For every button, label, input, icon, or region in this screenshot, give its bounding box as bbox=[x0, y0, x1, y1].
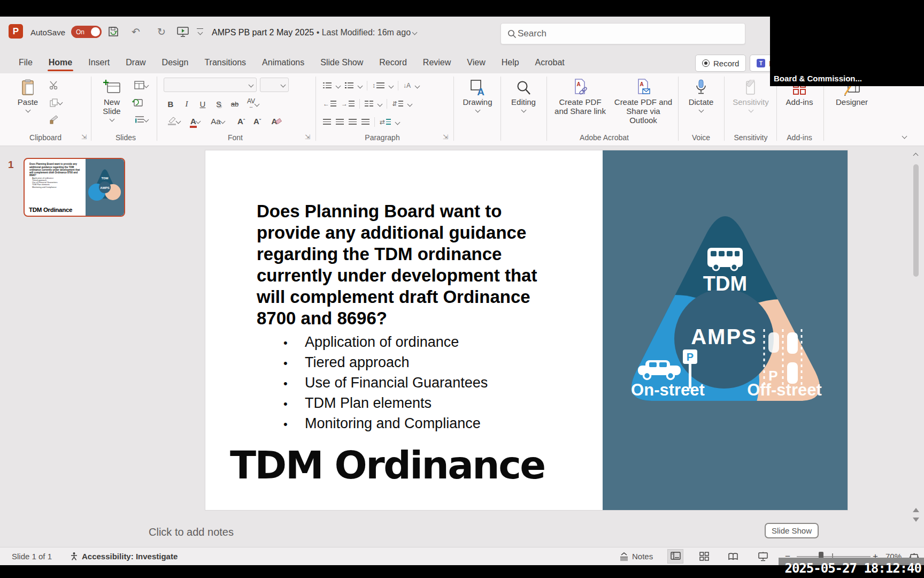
slide-thumbnail[interactable]: Does Planning Board want to provide any … bbox=[24, 158, 125, 217]
slide-question-textbox[interactable]: Does Planning Board want to provide any … bbox=[257, 201, 554, 329]
next-slide-button[interactable] bbox=[913, 518, 919, 522]
clipboard-dialog-launcher[interactable]: ⇲ bbox=[81, 133, 87, 141]
columns-button[interactable] bbox=[365, 101, 373, 107]
create-pdf-share-link-button[interactable]: A Create PDFand Share link bbox=[552, 77, 609, 131]
justify-button[interactable] bbox=[361, 119, 369, 125]
slide-layout-button[interactable] bbox=[130, 79, 152, 92]
slide-thumbnail-number: 1 bbox=[8, 159, 14, 171]
tab-acrobat[interactable]: Acrobat bbox=[527, 52, 573, 73]
amps-tdm-diagram[interactable]: TDM AMPS P On-street bbox=[603, 150, 848, 510]
normal-view-button[interactable] bbox=[667, 549, 683, 564]
collapse-ribbon-icon[interactable] bbox=[902, 134, 907, 139]
bold-button[interactable]: B bbox=[164, 97, 178, 111]
numbering-button[interactable] bbox=[345, 82, 353, 89]
accessibility-checker[interactable]: Accessibility: Investigate bbox=[70, 547, 178, 565]
clear-formatting-button[interactable]: A bbox=[270, 114, 283, 128]
pdf-outlook-label-1: Create PDF and bbox=[614, 97, 672, 107]
redo-icon[interactable]: ↻ bbox=[154, 24, 169, 39]
bullets-chevron-icon bbox=[336, 83, 341, 88]
autosave-toggle[interactable]: On bbox=[71, 26, 102, 38]
font-size-combo[interactable] bbox=[260, 78, 289, 92]
document-title[interactable]: AMPS PB part 2 May 2025 • Last Modified:… bbox=[212, 28, 417, 37]
strikethrough-button[interactable]: ab bbox=[228, 97, 242, 111]
tab-draw[interactable]: Draw bbox=[118, 52, 153, 73]
search-input[interactable] bbox=[517, 28, 722, 40]
svg-text:TDM: TDM bbox=[102, 177, 109, 180]
cut-button[interactable] bbox=[47, 79, 61, 92]
line-spacing-button[interactable]: ↕ bbox=[372, 82, 384, 89]
highlight-chevron-icon bbox=[175, 118, 181, 124]
paste-button[interactable]: Paste bbox=[13, 77, 43, 131]
tab-design[interactable]: Design bbox=[154, 52, 197, 73]
section-button[interactable] bbox=[130, 113, 152, 126]
tab-home[interactable]: Home bbox=[41, 52, 80, 73]
copy-button[interactable] bbox=[45, 96, 66, 109]
tab-animations[interactable]: Animations bbox=[254, 52, 312, 73]
shrink-font-button[interactable]: Aˇ bbox=[250, 114, 264, 128]
tab-transitions[interactable]: Transitions bbox=[196, 52, 254, 73]
zoom-slider-track[interactable] bbox=[797, 556, 871, 557]
font-name-combo[interactable] bbox=[164, 78, 257, 92]
qat-overflow-icon[interactable] bbox=[197, 28, 203, 35]
scrollbar-thumb[interactable] bbox=[913, 164, 919, 277]
tab-insert[interactable]: Insert bbox=[80, 52, 118, 73]
text-direction-button[interactable]: ↓A bbox=[403, 82, 411, 89]
title-chevron-icon bbox=[412, 30, 418, 35]
previous-slide-button[interactable] bbox=[913, 508, 919, 512]
decrease-indent-button[interactable]: ← bbox=[323, 100, 336, 108]
grow-font-button[interactable]: Aˆ bbox=[234, 114, 248, 128]
new-slide-button[interactable]: New Slide bbox=[96, 77, 127, 131]
align-center-button[interactable] bbox=[336, 119, 344, 125]
align-right-button[interactable] bbox=[349, 119, 357, 125]
change-case-button[interactable]: Aa bbox=[209, 114, 227, 128]
tab-slide-show[interactable]: Slide Show bbox=[312, 52, 371, 73]
font-color-button[interactable]: A bbox=[186, 114, 204, 128]
drawing-button[interactable]: A Drawing bbox=[458, 77, 497, 131]
search-bar[interactable] bbox=[500, 23, 745, 44]
start-slideshow-icon[interactable] bbox=[175, 24, 190, 39]
format-painter-button[interactable] bbox=[47, 113, 61, 126]
align-text-button[interactable]: ⇵ bbox=[392, 100, 403, 108]
sensitivity-button[interactable]: Sensitivity bbox=[728, 77, 773, 131]
tab-record[interactable]: Record bbox=[371, 52, 415, 73]
drawing-label: Drawing bbox=[463, 97, 492, 107]
notes-placeholder[interactable]: Click to add notes bbox=[149, 526, 234, 538]
tab-view[interactable]: View bbox=[459, 52, 493, 73]
slide-show-view-button[interactable] bbox=[755, 549, 771, 564]
highlight-color-button[interactable] bbox=[164, 114, 183, 128]
slide-show-view-icon bbox=[758, 552, 768, 561]
font-dialog-launcher[interactable]: ⇲ bbox=[305, 133, 310, 141]
slide-canvas[interactable]: Does Planning Board want to provide any … bbox=[205, 150, 848, 510]
slide-title-textbox[interactable]: TDM Ordinance bbox=[230, 443, 545, 488]
scroll-up-icon[interactable] bbox=[913, 153, 919, 158]
increase-indent-button[interactable]: → bbox=[341, 100, 355, 108]
underline-button[interactable]: U bbox=[196, 97, 210, 111]
notes-toggle[interactable]: Notes bbox=[619, 547, 653, 565]
bullets-button[interactable] bbox=[323, 82, 332, 89]
paste-label: Paste bbox=[18, 97, 38, 107]
save-icon[interactable] bbox=[106, 24, 121, 39]
text-shadow-button[interactable]: S bbox=[212, 97, 226, 111]
convert-to-smartart-button[interactable]: ⇄ bbox=[380, 118, 391, 126]
italic-button[interactable]: I bbox=[180, 97, 194, 111]
create-pdf-outlook-button[interactable]: A Create PDF andShare via Outlook bbox=[612, 77, 675, 131]
tab-review[interactable]: Review bbox=[415, 52, 459, 73]
character-spacing-button[interactable]: AV↔ bbox=[244, 97, 262, 111]
slide-bullet-list[interactable]: Application of ordinance Tiered approach… bbox=[283, 332, 488, 434]
slide-sorter-view-button[interactable] bbox=[696, 549, 712, 564]
undo-icon[interactable]: ↶ bbox=[128, 24, 143, 39]
sensitivity-chevron-icon bbox=[748, 108, 753, 113]
thumbnail-diagram: TDM AMPS bbox=[86, 159, 124, 216]
paragraph-dialog-launcher[interactable]: ⇲ bbox=[443, 133, 448, 141]
reading-view-button[interactable] bbox=[725, 549, 741, 564]
highlighter-icon bbox=[167, 117, 176, 125]
dictate-button[interactable]: Dictate bbox=[683, 77, 719, 131]
tab-file[interactable]: File bbox=[11, 52, 41, 73]
editing-button[interactable]: Editing bbox=[505, 77, 542, 131]
reset-slide-button[interactable] bbox=[130, 96, 144, 109]
vertical-scrollbar[interactable] bbox=[912, 150, 921, 521]
tab-help[interactable]: Help bbox=[494, 52, 527, 73]
powerpoint-logo[interactable]: P bbox=[9, 24, 23, 39]
align-left-button[interactable] bbox=[323, 119, 331, 125]
record-button[interactable]: Record bbox=[695, 55, 746, 72]
